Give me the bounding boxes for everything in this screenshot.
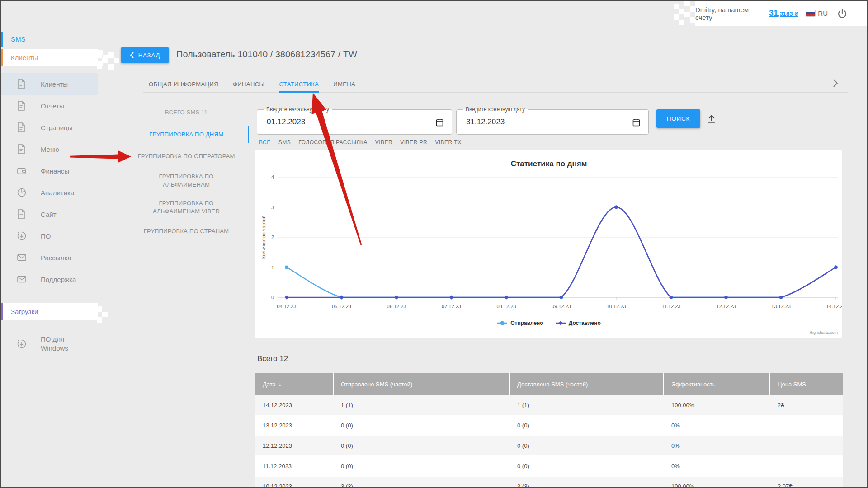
legend-label: Отправлено: [510, 320, 543, 326]
statistics-table: Дата↓Отправлено SMS (частей)Доставлено S…: [255, 373, 843, 488]
sidebar-item-po-windows[interactable]: ПО для Windows: [1, 333, 98, 355]
sidebar-item-8[interactable]: ПО: [1, 225, 98, 247]
table-cell: 0 (0): [334, 456, 510, 476]
sidebar-item-7[interactable]: Сайт: [1, 203, 98, 225]
sidebar-section-sms[interactable]: SMS: [1, 32, 98, 47]
pixel-decoration: [98, 61, 103, 66]
table-cell: 1 (1): [334, 395, 510, 415]
sidebar-item-label: Меню: [41, 145, 59, 153]
date-to-field[interactable]: Введите конечную дату 31.12.2023: [456, 109, 649, 135]
document-icon: [16, 100, 27, 111]
column-header-4[interactable]: Эффективность: [664, 373, 770, 395]
column-header-2[interactable]: Отправлено SMS (частей): [334, 373, 510, 395]
wallet-icon: [16, 165, 27, 176]
subnav-item-5[interactable]: ГРУППИРОВКА ПО СТРАНАМ: [127, 227, 245, 235]
sidebar-item-10[interactable]: Поддержка: [1, 268, 98, 290]
column-header-label: Доставлено SMS (частей): [517, 381, 588, 388]
table-cell: 0 (0): [334, 416, 510, 435]
language-label[interactable]: RU: [818, 9, 828, 17]
channel-tab-2[interactable]: SMS: [278, 139, 291, 145]
date-from-value[interactable]: 01.12.2023: [267, 117, 305, 127]
sidebar-section-clients[interactable]: Клиенты: [1, 49, 98, 66]
date-to-label: Введите конечную дату: [463, 106, 528, 113]
legend-label: Доставлено: [569, 320, 601, 326]
search-button[interactable]: ПОИСК: [656, 109, 700, 128]
pixel-decoration: [679, 20, 684, 25]
channel-tab-5[interactable]: VIBER PR: [400, 139, 427, 145]
chart-legend: ОтправленоДоставлено: [255, 320, 842, 326]
pixel-decoration: [98, 50, 103, 55]
subnav-item-4[interactable]: ГРУППИРОВКА ПО АЛЬФАИМЕНАМ VIBER: [127, 199, 245, 216]
sidebar-section-clients-label: Клиенты: [11, 54, 38, 61]
series-sent-line: [287, 207, 836, 298]
calendar-icon[interactable]: [632, 118, 640, 128]
subnav-item-2[interactable]: ГРУППИРОВКА ПО ОПЕРАТОРАМ: [127, 152, 245, 160]
export-icon[interactable]: [706, 113, 717, 126]
sidebar-item-4[interactable]: Меню: [1, 138, 98, 160]
sidebar-item-3[interactable]: Страницы: [1, 117, 98, 138]
channel-tab-1[interactable]: ВСЕ: [259, 139, 271, 145]
column-header-3[interactable]: Доставлено SMS (частей): [510, 373, 664, 395]
table-header-row: Дата↓Отправлено SMS (частей)Доставлено S…: [255, 373, 843, 395]
legend-item-sent[interactable]: Отправлено: [497, 320, 543, 326]
channel-tab-3[interactable]: ГОЛОСОВАЯ РАССЫЛКА: [298, 139, 367, 145]
balance-link[interactable]: 31,3183 ₴: [769, 9, 798, 18]
legend-item-delivered[interactable]: Доставлено: [555, 320, 601, 326]
power-icon[interactable]: [837, 8, 848, 19]
ru-flag-icon[interactable]: [806, 10, 816, 17]
sidebar-section-downloads[interactable]: Загрузки: [1, 303, 98, 320]
table-cell: 3 (3): [334, 477, 510, 488]
clients-accent-bar: [1, 49, 3, 66]
sidebar-item-1[interactable]: Клиенты: [1, 73, 98, 95]
subnav-item-3[interactable]: ГРУППИРОВКА ПО АЛЬФАИМЕНАМ: [127, 173, 245, 189]
tab-4[interactable]: ИМЕНА: [333, 75, 355, 93]
pixel-decoration: [684, 1, 690, 6]
svg-text:14.12.23: 14.12.23: [826, 304, 842, 309]
channel-tab-6[interactable]: VIBER TX: [435, 139, 461, 145]
chevron-right-icon[interactable]: [833, 79, 838, 89]
table-cell: 0%: [664, 436, 770, 455]
pixel-decoration: [690, 17, 695, 23]
table-row: 11.12.20230 (0)0 (0)0%: [255, 456, 843, 477]
svg-text:13.12.23: 13.12.23: [771, 304, 791, 309]
tab-3[interactable]: СТАТИСТИКА: [279, 75, 319, 93]
channel-tab-4[interactable]: VIBER: [375, 139, 393, 145]
document-icon: [16, 122, 27, 133]
sidebar-item-5[interactable]: Финансы: [1, 160, 98, 182]
mail-icon: [16, 274, 27, 285]
date-to-value[interactable]: 31.12.2023: [466, 117, 505, 127]
sidebar-item-9[interactable]: Рассылка: [1, 247, 98, 268]
table-cell: [770, 416, 843, 435]
subnav-item-1[interactable]: ГРУППИРОВКА ПО ДНЯМ: [127, 131, 245, 139]
topbar: Dmitry, на вашем счету 31,3183 ₴ RU: [695, 1, 868, 26]
sort-desc-icon[interactable]: ↓: [278, 380, 282, 388]
y-axis-title: Количество частей: [261, 216, 266, 259]
mail-icon: [16, 252, 27, 263]
pixel-decoration: [102, 312, 108, 317]
pixel-decoration: [684, 12, 690, 17]
pixel-decoration: [108, 64, 114, 70]
table-cell: 12.12.2023: [255, 436, 334, 455]
calendar-icon[interactable]: [436, 118, 443, 128]
user-balance-text: Dmitry, на вашем счету: [695, 6, 766, 21]
sidebar-item-label: ПО: [41, 232, 51, 240]
table-cell: [770, 456, 843, 476]
pixel-decoration: [690, 6, 695, 12]
column-header-5[interactable]: Цена SMS: [770, 373, 843, 395]
downloads-accent-bar: [1, 303, 3, 320]
document-icon: [16, 79, 27, 89]
table-row: 14.12.20231 (1)1 (1)100.00%2₴: [255, 395, 843, 416]
sidebar-item-6[interactable]: Аналитика: [1, 182, 98, 203]
download-icon: [16, 230, 27, 241]
table-cell: 100.00%: [664, 395, 770, 415]
date-from-field[interactable]: Введите начальную дату 01.12.2023: [257, 109, 452, 135]
statistics-subnav: ВСЕГО SMS 11ГРУППИРОВКА ПО ДНЯМГРУППИРОВ…: [127, 1, 245, 488]
sms-accent-bar: [1, 32, 3, 47]
diamond-marker-icon: [555, 320, 566, 326]
active-subnav-indicator: [248, 126, 249, 143]
series-sent: [285, 206, 838, 300]
column-header-1[interactable]: Дата↓: [255, 373, 334, 395]
sidebar-item-2[interactable]: Отчеты: [1, 95, 98, 117]
svg-text:08.12.23: 08.12.23: [497, 304, 516, 309]
table-summary: Всего 12: [257, 354, 288, 363]
